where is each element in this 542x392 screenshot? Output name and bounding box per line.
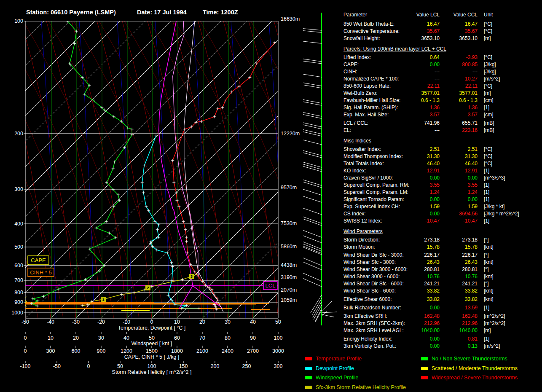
svg-text:10: 10 <box>174 319 180 325</box>
legend-label: Sfc-3km Storm Relative Helicity Profile <box>316 384 406 390</box>
svg-text:20: 20 <box>199 319 205 325</box>
date-title: Date: 17 Jul 1994 <box>137 9 187 16</box>
unit-label: [1] <box>484 196 539 203</box>
unit-label: [knt] <box>484 259 539 266</box>
svg-text:900: 900 <box>14 299 23 305</box>
svg-text:3: 3 <box>191 274 193 279</box>
svg-text:3190m: 3190m <box>281 274 297 280</box>
svg-text:Windspeed [ knt ]: Windspeed [ knt ] <box>131 341 172 346</box>
unit-label: [1] <box>484 182 539 188</box>
unit-label: [m] <box>484 35 539 42</box>
unit-label: [mB] <box>484 127 539 134</box>
value-ccl: 35.67 <box>441 28 478 35</box>
value-ccl: 223.16 <box>441 127 478 134</box>
value-lcl: 31.30 <box>402 153 440 160</box>
value-lcl: 26.43 <box>402 259 440 266</box>
value-ccl: 16.47 <box>441 21 478 27</box>
svg-text:90: 90 <box>250 335 256 341</box>
value-lcl: 46.40 <box>402 161 440 167</box>
value-ccl: 0.13 <box>441 343 478 349</box>
unit-label: [J/kg] <box>484 62 539 68</box>
svg-text:50: 50 <box>275 319 281 325</box>
value-ccl: 280.81 <box>441 266 478 273</box>
value-ccl: 273.18 <box>441 237 478 243</box>
value-lcl: 741.96 <box>402 120 440 126</box>
svg-text:50: 50 <box>117 363 123 369</box>
svg-text:CAPE, CINH * 5 [ J/kg ]: CAPE, CINH * 5 [ J/kg ] <box>124 354 180 360</box>
value-lcl: 3577.01 <box>402 90 440 97</box>
svg-text:-50: -50 <box>53 363 61 369</box>
value-lcl: 1.36 <box>402 105 440 111</box>
svg-text:100: 100 <box>274 335 283 341</box>
unit-label: [knt] <box>484 288 539 294</box>
legend-swatch-icon <box>421 376 428 379</box>
svg-text:-10: -10 <box>123 319 130 325</box>
altitude-axis: 16630m12220m9570m7530m5860m4438m3190m207… <box>281 16 300 303</box>
value-lcl: 0.00 <box>402 336 440 342</box>
unit-label: [1] <box>484 189 539 196</box>
svg-text:2: 2 <box>147 285 149 290</box>
unit-label: [°C] <box>484 28 539 35</box>
value-lcl: 280.81 <box>402 266 440 273</box>
value-ccl: 1.36 <box>441 105 478 111</box>
value-lcl: -10.47 <box>402 218 440 224</box>
svg-text:1000: 1000 <box>11 310 23 316</box>
value-lcl: 273.18 <box>402 237 440 243</box>
cinh-box: CINH * 5 <box>28 268 54 277</box>
unit-label: [m] <box>484 328 539 334</box>
unit-label: [°C] <box>484 146 539 153</box>
x-axis-wind: 0102030405060708090100Windspeed [ knt ] <box>24 332 283 346</box>
svg-text:200: 200 <box>211 363 220 369</box>
value-ccl: 655.71 <box>441 120 478 126</box>
legend-label: No / Non Severe Thunderstorms <box>432 356 507 362</box>
sounding-app-window: 100200300400500600700800900100016630m122… <box>0 0 542 392</box>
value-lcl: 226.17 <box>402 252 440 258</box>
legend-swatch-icon <box>305 357 312 360</box>
unit-label: [°C] <box>484 83 539 89</box>
svg-text:0: 0 <box>24 348 27 354</box>
value-ccl: 46.40 <box>441 161 478 167</box>
value-lcl: 33.82 <box>402 296 440 303</box>
value-ccl: -10.47 <box>441 218 478 224</box>
unit-label: [°] <box>484 281 539 287</box>
pressure-axis: 1002003004005006007008009001000 <box>11 18 25 316</box>
wind-barb-column <box>303 13 337 325</box>
unit-label: [1] <box>484 168 539 174</box>
value-lcl: 241.21 <box>402 281 440 287</box>
section-header-label: Parcels: Using 100mB mean layer LCL + CC… <box>343 46 440 52</box>
value-lcl: 3.57 <box>402 112 440 118</box>
svg-text:300: 300 <box>46 348 55 354</box>
svg-text:150: 150 <box>179 363 188 369</box>
value-lcl: 0.00 <box>402 305 440 311</box>
legend-label: Temperature Profile <box>316 356 362 362</box>
unit-label: [cm] <box>484 112 539 118</box>
svg-text:250: 250 <box>242 363 251 369</box>
column-header-value-ccl: Value CCL <box>441 12 478 18</box>
svg-text:30: 30 <box>225 319 231 325</box>
svg-text:400: 400 <box>14 221 23 227</box>
value-ccl: --- <box>441 69 478 75</box>
legend-label: Dewpoint Profile <box>316 365 354 371</box>
unit-label: [knt] <box>484 296 539 303</box>
value-ccl: 22.11 <box>441 83 478 89</box>
svg-text:7530m: 7530m <box>281 220 297 226</box>
unit-label: [J/kg * kt] <box>484 204 539 210</box>
svg-text:1200: 1200 <box>121 348 132 354</box>
svg-text:2100: 2100 <box>196 348 208 354</box>
svg-text:2070m: 2070m <box>281 287 297 293</box>
value-lcl: 35.67 <box>402 28 440 35</box>
unit-label: [m^3/s^3] <box>484 175 539 181</box>
value-lcl: 1.24 <box>402 189 440 196</box>
value-ccl: 3.55 <box>441 182 478 188</box>
legend-swatch-icon <box>305 386 312 389</box>
unit-label: [J/kg] <box>484 69 539 75</box>
svg-text:16630m: 16630m <box>281 16 300 22</box>
value-ccl: 162.48 <box>441 313 478 320</box>
svg-text:1059m: 1059m <box>281 297 297 303</box>
svg-text:-50: -50 <box>21 319 29 325</box>
svg-text:0: 0 <box>150 319 153 325</box>
svg-text:40: 40 <box>250 319 256 325</box>
value-lcl: 0.00 <box>402 175 440 181</box>
value-lcl: 1040.00 <box>402 328 440 334</box>
title-bar: Station: 06610 Payerne (LSMP) Date: 17 J… <box>0 9 7 17</box>
